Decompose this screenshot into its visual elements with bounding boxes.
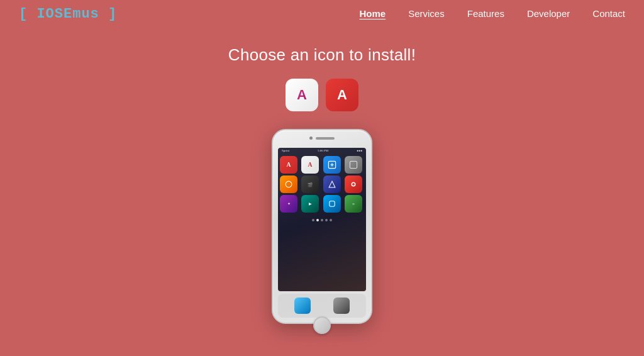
- phone-home-button[interactable]: [313, 316, 331, 334]
- phone-speaker: [316, 137, 335, 140]
- screen-icon-5: [280, 175, 297, 193]
- svg-text:A: A: [308, 161, 313, 168]
- screen-icon-2: A: [301, 156, 319, 174]
- screen-icon-4: [345, 156, 362, 174]
- icon-chooser: A A: [286, 79, 358, 111]
- screen-dot-4: [325, 219, 328, 221]
- logo[interactable]: [ IOSEmus ]: [19, 6, 117, 22]
- dock-settings-icon: [333, 298, 350, 314]
- main-content: Choose an icon to install! A A: [0, 28, 644, 330]
- svg-text:A: A: [297, 87, 307, 103]
- phone-dock: [278, 294, 366, 318]
- svg-text:A: A: [287, 161, 291, 168]
- svg-point-8: [286, 181, 292, 187]
- screen-icon-7: [323, 175, 341, 193]
- svg-text:▶: ▶: [309, 202, 312, 206]
- phone-mockup: Sprint 5:06 PM ●●● A A: [272, 129, 372, 330]
- screen-page-dots: [278, 219, 366, 221]
- screen-icon-6: 🎬: [301, 175, 319, 193]
- screen-icon-1: A: [280, 156, 297, 174]
- dock-safari-icon: [294, 298, 311, 314]
- nav-contact[interactable]: Contact: [592, 8, 625, 19]
- screen-icon-10: ▶: [301, 195, 319, 213]
- screen-icons-grid: A A 🎬: [278, 153, 366, 215]
- screen-icon-12: ∞: [345, 195, 362, 213]
- phone-screen: Sprint 5:06 PM ●●● A A: [278, 148, 366, 291]
- phone-camera: [309, 136, 313, 140]
- screen-icon-11: [323, 195, 341, 213]
- svg-rect-7: [350, 161, 357, 168]
- icon-option-red[interactable]: A: [326, 79, 358, 111]
- phone-status-bar: Sprint 5:06 PM ●●●: [278, 148, 366, 153]
- phone-reflection: [278, 337, 366, 342]
- nav-developer[interactable]: Developer: [527, 8, 570, 19]
- svg-text:✦: ✦: [287, 201, 291, 206]
- navbar: [ IOSEmus ] Home Services Features Devel…: [0, 0, 644, 28]
- svg-marker-10: [329, 181, 335, 187]
- svg-point-12: [352, 183, 355, 186]
- nav-home[interactable]: Home: [360, 8, 386, 19]
- icon-option-white[interactable]: A: [286, 79, 318, 111]
- page-headline: Choose an icon to install!: [228, 45, 416, 65]
- svg-text:A: A: [337, 87, 347, 103]
- screen-dot-5: [330, 219, 332, 221]
- screen-icon-9: ✦: [280, 195, 297, 213]
- nav-links: Home Services Features Developer Contact: [360, 8, 626, 19]
- screen-dot-1: [312, 219, 314, 221]
- svg-text:🎬: 🎬: [308, 182, 313, 187]
- screen-icon-8: [345, 175, 362, 193]
- status-carrier: Sprint: [282, 149, 289, 152]
- status-battery: ●●●: [357, 149, 362, 152]
- status-time: 5:06 PM: [318, 149, 328, 152]
- screen-icon-3: [323, 156, 341, 174]
- screen-dot-2: [316, 219, 319, 221]
- phone-shell: Sprint 5:06 PM ●●● A A: [272, 129, 372, 324]
- screen-dot-3: [321, 219, 323, 221]
- phone-top-bar: [309, 136, 335, 140]
- svg-text:∞: ∞: [352, 202, 355, 206]
- nav-features[interactable]: Features: [467, 8, 504, 19]
- nav-services[interactable]: Services: [408, 8, 445, 19]
- svg-rect-15: [329, 201, 334, 206]
